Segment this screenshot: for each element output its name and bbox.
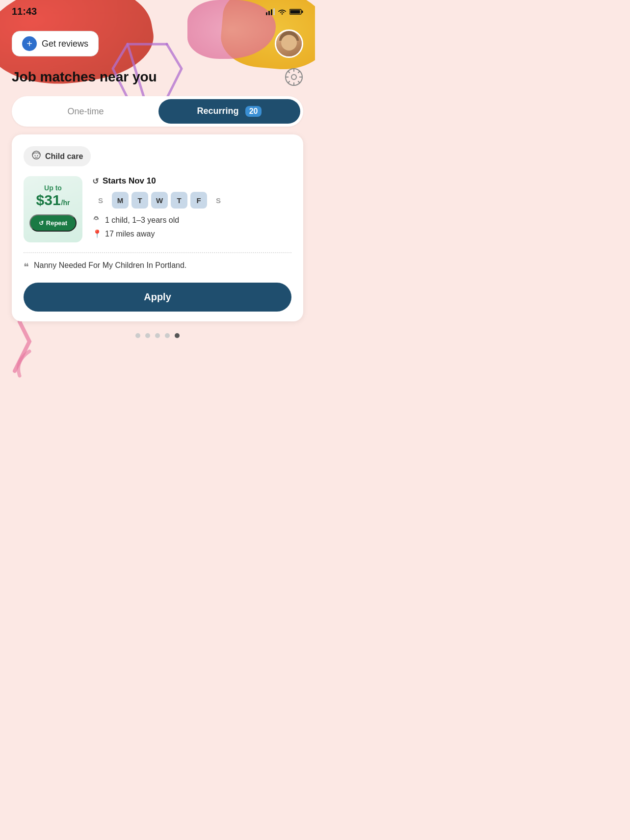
job-card: Child care Up to $31 /hr ↺ Repeat ↺	[12, 134, 303, 321]
pagination-dot[interactable]	[145, 333, 150, 338]
status-icons	[266, 8, 303, 15]
pay-up-to: Up to	[44, 184, 62, 192]
section-title-row: Job matches near you	[12, 68, 303, 86]
svg-point-19	[37, 155, 38, 156]
tab-switcher: One-time Recurring 20	[12, 96, 303, 127]
svg-rect-3	[273, 8, 275, 15]
distance-row: 📍 17 miles away	[92, 229, 291, 238]
tab-recurring-badge: 20	[245, 106, 262, 117]
svg-rect-6	[302, 10, 303, 13]
day-chip: M	[112, 192, 129, 209]
divider	[24, 252, 291, 253]
starts-label: Starts Nov 10	[103, 176, 156, 186]
svg-point-18	[35, 155, 36, 156]
quote-icon: ❝	[24, 261, 29, 273]
get-reviews-button[interactable]: + Get reviews	[12, 31, 99, 56]
status-bar: 11:43	[0, 0, 315, 17]
distance-text: 17 miles away	[105, 230, 155, 238]
days-row: SMTWTFS	[92, 192, 291, 209]
location-icon: 📍	[92, 229, 101, 238]
settings-icon[interactable]	[285, 68, 303, 86]
child-detail-row: 1 child, 1–3 years old	[92, 215, 291, 225]
svg-rect-5	[290, 10, 300, 13]
pagination-dot[interactable]	[155, 333, 160, 338]
battery-icon	[289, 8, 303, 15]
wifi-icon	[278, 8, 287, 15]
tab-onetime[interactable]: One-time	[15, 99, 157, 124]
plus-icon: +	[22, 36, 37, 51]
description-row: ❝ Nanny Needed For My Children In Portla…	[24, 261, 291, 273]
svg-line-14	[298, 81, 300, 83]
tab-recurring[interactable]: Recurring 20	[158, 99, 300, 124]
repeat-button[interactable]: ↺ Repeat	[29, 214, 77, 232]
status-time: 11:43	[12, 6, 37, 17]
pagination-dot[interactable]	[165, 333, 170, 338]
day-chip: T	[171, 192, 187, 209]
header-row: + Get reviews	[12, 29, 303, 58]
recurring-icon: ↺	[92, 177, 99, 186]
day-chip: W	[151, 192, 168, 209]
svg-line-15	[298, 71, 300, 73]
job-details: Up to $31 /hr ↺ Repeat ↺ Starts Nov 10	[24, 176, 291, 242]
pagination	[12, 333, 303, 348]
avatar[interactable]	[275, 29, 303, 58]
day-chip: S	[92, 192, 109, 209]
svg-rect-0	[266, 12, 267, 15]
pagination-dot[interactable]	[135, 333, 140, 338]
main-content: + Get reviews Job matches near you One-	[0, 29, 315, 348]
page-title: Job matches near you	[12, 69, 157, 85]
pay-amount: $31	[36, 193, 61, 208]
day-chip: S	[210, 192, 227, 209]
svg-line-16	[288, 81, 290, 83]
childcare-icon	[31, 150, 41, 162]
category-badge: Child care	[24, 146, 91, 166]
avatar-image	[276, 31, 302, 56]
svg-point-8	[291, 75, 296, 79]
repeat-icon: ↺	[39, 220, 44, 227]
svg-line-13	[288, 71, 290, 73]
day-chip: F	[190, 192, 207, 209]
child-detail-icon	[92, 215, 101, 225]
pay-unit: /hr	[61, 199, 70, 207]
child-detail-text: 1 child, 1–3 years old	[105, 216, 179, 225]
svg-point-20	[95, 216, 98, 219]
apply-button[interactable]: Apply	[24, 283, 291, 312]
baby-icon	[31, 150, 41, 160]
svg-rect-1	[268, 11, 270, 15]
get-reviews-label: Get reviews	[42, 39, 88, 49]
signal-icon	[266, 8, 275, 15]
svg-rect-2	[271, 9, 272, 15]
job-info: ↺ Starts Nov 10 SMTWTFS 1 child, 1–3 yea…	[92, 176, 291, 242]
pagination-dot[interactable]	[175, 333, 180, 338]
tab-recurring-label: Recurring	[197, 106, 239, 116]
avatar-face	[281, 35, 297, 51]
description-text: Nanny Needed For My Children In Portland…	[34, 261, 186, 270]
pay-box: Up to $31 /hr ↺ Repeat	[24, 176, 82, 242]
starts-row: ↺ Starts Nov 10	[92, 176, 291, 186]
category-label: Child care	[45, 152, 83, 161]
repeat-label: Repeat	[46, 219, 67, 227]
day-chip: T	[131, 192, 148, 209]
